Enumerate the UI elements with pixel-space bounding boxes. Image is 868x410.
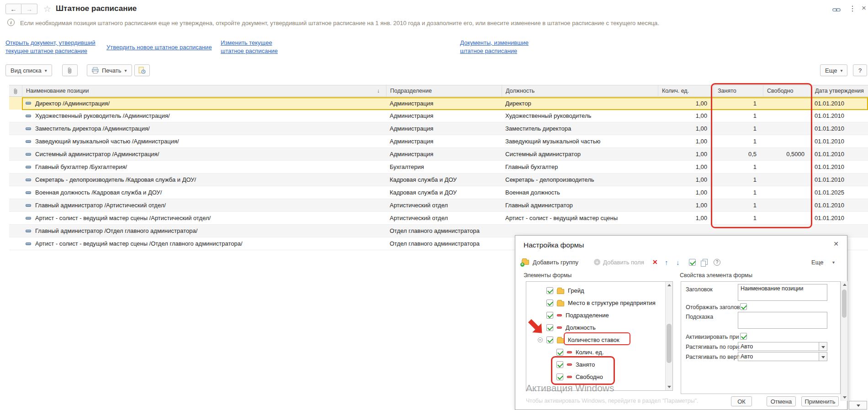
table-row-selected[interactable]: Директор /Администрация/ Администрация Д… <box>9 97 868 110</box>
scroll-up-icon[interactable] <box>843 284 847 286</box>
help-button[interactable]: ? <box>853 64 867 76</box>
combo-dropdown-icon[interactable] <box>819 352 827 361</box>
header-date[interactable]: Дата утверждения <box>811 85 868 96</box>
table-row[interactable]: Военная должность /Кадровая служба и ДОУ… <box>9 186 868 199</box>
tree-item-qty-units[interactable]: Колич. ед. <box>526 346 672 358</box>
header-free[interactable]: Свободно <box>763 85 811 96</box>
tooltip-input[interactable] <box>738 312 827 329</box>
close-icon[interactable]: × <box>862 4 866 13</box>
get-link-icon[interactable] <box>832 6 841 14</box>
activate-on-open-checkbox[interactable] <box>740 333 747 340</box>
scroll-up-icon[interactable] <box>667 284 671 286</box>
scroll-down-icon[interactable] <box>843 396 847 399</box>
tree-expander-icon[interactable] <box>538 337 543 342</box>
row-dept: Администрация <box>386 112 502 119</box>
scroll-down-icon[interactable] <box>667 386 671 388</box>
show-caption-checkbox[interactable] <box>740 303 747 310</box>
field-icon <box>557 326 562 329</box>
properties-scroll-thumb[interactable] <box>842 289 847 318</box>
tree-item-structure-place[interactable]: Место в структуре предприятия <box>526 297 672 309</box>
header-attach[interactable] <box>9 85 22 96</box>
favorite-star-icon[interactable]: ☆ <box>43 4 51 14</box>
table-row[interactable]: Артист - солист - ведущий мастер сцены /… <box>9 212 868 225</box>
more-menu-icon[interactable]: ⋮ <box>849 4 856 13</box>
header-name[interactable]: Наименование позиции ↓ <box>22 85 386 96</box>
checkbox-checked[interactable] <box>546 336 553 343</box>
header-busy[interactable]: Занято <box>714 85 763 96</box>
tree-item-rates-count[interactable]: Количество ставок <box>526 334 672 346</box>
print-button[interactable]: Печать ▾ <box>87 64 132 76</box>
row-date: 01.01.2010 <box>811 138 868 145</box>
dialog-close-icon[interactable]: ✕ <box>833 240 839 247</box>
table-row[interactable]: Системный администратор /Администрация/ … <box>9 148 868 161</box>
dialog-more-caret[interactable]: ▾ <box>832 257 835 268</box>
checkbox-checked[interactable] <box>546 324 553 331</box>
table-row[interactable]: Главный администратор /Артистический отд… <box>9 199 868 212</box>
forward-icon: → <box>26 5 32 13</box>
folder-icon <box>557 289 564 294</box>
check-all-button[interactable] <box>689 257 696 268</box>
link-docs-changed[interactable]: Документы, изменившие штатное расписание <box>460 39 529 55</box>
checkbox-checked[interactable] <box>546 312 553 319</box>
more-button[interactable]: Еще ▾ <box>820 64 847 76</box>
add-group-button[interactable]: + Добавить группу <box>522 257 578 268</box>
tree-item-department[interactable]: Подразделение <box>526 309 672 321</box>
delete-button[interactable]: ✕ <box>652 257 658 268</box>
attachments-button[interactable] <box>62 64 78 76</box>
header-name-label: Наименование позиции <box>26 88 89 94</box>
row-date: 01.01.2025 <box>811 189 868 196</box>
move-up-button[interactable]: ↑ <box>665 257 668 268</box>
add-fields-button[interactable]: + Добавить поля <box>594 257 644 268</box>
row-qty: 1,00 <box>658 176 714 183</box>
tree-item-greid[interactable]: Грейд <box>526 284 672 297</box>
uncheck-all-button[interactable] <box>701 257 707 268</box>
link-approve-new[interactable]: Утвердить новое штатное расписание <box>106 43 212 52</box>
checkbox-checked[interactable] <box>546 300 553 306</box>
cancel-button[interactable]: Отмена <box>767 396 796 406</box>
header-qty[interactable]: Колич. ед. <box>658 85 714 96</box>
ok-button[interactable]: ОК <box>731 396 752 406</box>
table-row[interactable]: Секретарь - делопроизводитель /Кадровая … <box>9 173 868 186</box>
checkbox-checked[interactable] <box>556 349 563 356</box>
tree-item-position[interactable]: Должность <box>526 321 672 334</box>
back-button[interactable]: ← <box>5 4 21 14</box>
tree-scroll-thumb[interactable] <box>667 324 672 363</box>
row-qty: 1,00 <box>658 112 714 119</box>
scroll-corner-dropdown[interactable] <box>849 401 867 410</box>
combo-dropdown-icon[interactable] <box>819 342 827 351</box>
checkbox-checked[interactable] <box>556 373 563 380</box>
table-row[interactable]: Главный бухгалтер /Бухгалтерия/ Бухгалте… <box>9 161 868 173</box>
report-button[interactable] <box>134 64 150 76</box>
dialog-more-button[interactable]: Еще <box>811 257 823 268</box>
tree-item-free[interactable]: Свободно <box>526 371 672 383</box>
caption-input[interactable]: Наименование позиции <box>738 284 827 301</box>
header-dept[interactable]: Подразделение <box>386 85 502 96</box>
tree-item-label: Занято <box>576 361 595 368</box>
properties-panel-label: Свойства элемента формы <box>680 272 752 279</box>
checkbox-checked[interactable] <box>556 361 563 368</box>
table-row[interactable]: Заведующий музыкальной частью /Администр… <box>9 135 868 148</box>
tree-item-busy[interactable]: Занято <box>526 358 672 371</box>
apply-button[interactable]: Применить <box>801 396 839 406</box>
table-row[interactable]: Художественный руководитель /Администрац… <box>9 110 868 122</box>
link-change-current[interactable]: Изменить текущее штатное расписание <box>221 39 278 55</box>
properties-scrollbar[interactable] <box>841 281 847 401</box>
row-dept: Бухгалтерия <box>386 163 502 170</box>
stretch-vertical-select[interactable]: Авто <box>738 352 827 361</box>
view-list-button[interactable]: Вид списка ▾ <box>5 64 52 76</box>
header-position[interactable]: Должность <box>502 85 658 96</box>
add-fields-label: Добавить поля <box>603 259 644 266</box>
elements-panel-label: Элементы формы <box>524 272 572 279</box>
row-dept: Артистический отдел <box>386 202 502 209</box>
move-down-button[interactable]: ↓ <box>676 257 680 268</box>
stretch-horizontal-select[interactable]: Авто <box>738 342 827 351</box>
checkbox-checked[interactable] <box>546 287 553 294</box>
row-busy: 1 <box>714 138 763 145</box>
tree-scrollbar[interactable] <box>665 282 672 390</box>
show-caption-label: Отображать заголовок <box>686 304 740 310</box>
link-open-approving-doc[interactable]: Открыть документ, утвердивший текущее шт… <box>5 39 95 55</box>
dialog-help-button[interactable]: ? <box>714 257 720 268</box>
table-row[interactable]: Заместитель директора /Администрация/ Ад… <box>9 122 868 135</box>
forward-button[interactable]: → <box>21 4 37 14</box>
row-dept: Администрация <box>386 125 502 132</box>
